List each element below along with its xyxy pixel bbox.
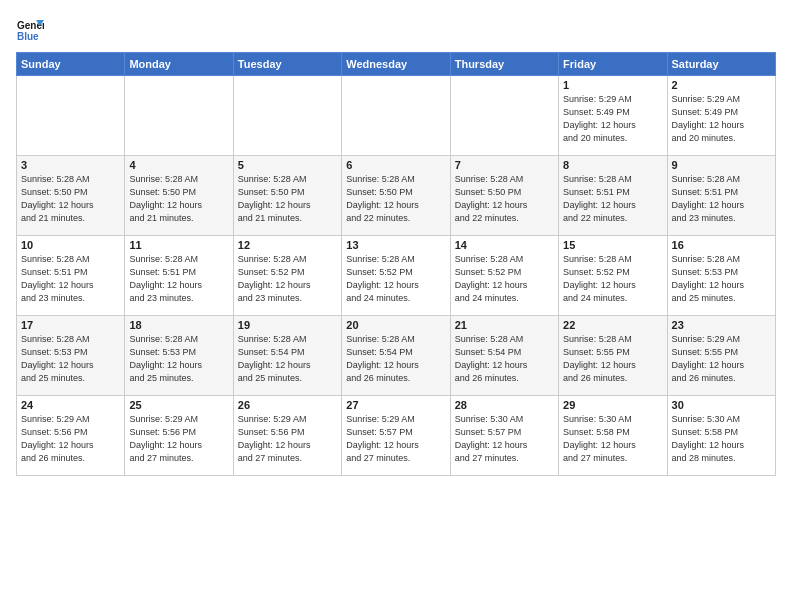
day-number: 26	[238, 399, 337, 411]
day-number: 8	[563, 159, 662, 171]
calendar-cell: 2Sunrise: 5:29 AM Sunset: 5:49 PM Daylig…	[667, 76, 775, 156]
day-number: 24	[21, 399, 120, 411]
day-info: Sunrise: 5:28 AM Sunset: 5:53 PM Dayligh…	[21, 333, 120, 385]
day-info: Sunrise: 5:30 AM Sunset: 5:58 PM Dayligh…	[563, 413, 662, 465]
day-info: Sunrise: 5:28 AM Sunset: 5:54 PM Dayligh…	[455, 333, 554, 385]
calendar-week-row: 3Sunrise: 5:28 AM Sunset: 5:50 PM Daylig…	[17, 156, 776, 236]
calendar-cell	[17, 76, 125, 156]
svg-text:Blue: Blue	[17, 31, 39, 42]
calendar-day-header: Tuesday	[233, 53, 341, 76]
calendar-cell: 16Sunrise: 5:28 AM Sunset: 5:53 PM Dayli…	[667, 236, 775, 316]
calendar-cell: 27Sunrise: 5:29 AM Sunset: 5:57 PM Dayli…	[342, 396, 450, 476]
day-number: 9	[672, 159, 771, 171]
calendar-cell: 26Sunrise: 5:29 AM Sunset: 5:56 PM Dayli…	[233, 396, 341, 476]
calendar: SundayMondayTuesdayWednesdayThursdayFrid…	[16, 52, 776, 476]
calendar-cell: 21Sunrise: 5:28 AM Sunset: 5:54 PM Dayli…	[450, 316, 558, 396]
calendar-week-row: 10Sunrise: 5:28 AM Sunset: 5:51 PM Dayli…	[17, 236, 776, 316]
calendar-cell: 12Sunrise: 5:28 AM Sunset: 5:52 PM Dayli…	[233, 236, 341, 316]
day-number: 13	[346, 239, 445, 251]
day-number: 15	[563, 239, 662, 251]
day-info: Sunrise: 5:28 AM Sunset: 5:51 PM Dayligh…	[129, 253, 228, 305]
calendar-cell: 3Sunrise: 5:28 AM Sunset: 5:50 PM Daylig…	[17, 156, 125, 236]
day-number: 3	[21, 159, 120, 171]
logo-icon: General Blue	[16, 16, 44, 44]
calendar-cell: 17Sunrise: 5:28 AM Sunset: 5:53 PM Dayli…	[17, 316, 125, 396]
calendar-cell	[125, 76, 233, 156]
calendar-day-header: Saturday	[667, 53, 775, 76]
calendar-cell: 22Sunrise: 5:28 AM Sunset: 5:55 PM Dayli…	[559, 316, 667, 396]
calendar-day-header: Friday	[559, 53, 667, 76]
day-info: Sunrise: 5:28 AM Sunset: 5:50 PM Dayligh…	[129, 173, 228, 225]
calendar-cell: 15Sunrise: 5:28 AM Sunset: 5:52 PM Dayli…	[559, 236, 667, 316]
day-number: 7	[455, 159, 554, 171]
day-info: Sunrise: 5:29 AM Sunset: 5:56 PM Dayligh…	[129, 413, 228, 465]
day-info: Sunrise: 5:28 AM Sunset: 5:52 PM Dayligh…	[346, 253, 445, 305]
calendar-cell: 19Sunrise: 5:28 AM Sunset: 5:54 PM Dayli…	[233, 316, 341, 396]
day-number: 23	[672, 319, 771, 331]
calendar-cell: 23Sunrise: 5:29 AM Sunset: 5:55 PM Dayli…	[667, 316, 775, 396]
calendar-cell: 28Sunrise: 5:30 AM Sunset: 5:57 PM Dayli…	[450, 396, 558, 476]
day-info: Sunrise: 5:28 AM Sunset: 5:51 PM Dayligh…	[672, 173, 771, 225]
calendar-cell: 20Sunrise: 5:28 AM Sunset: 5:54 PM Dayli…	[342, 316, 450, 396]
day-number: 29	[563, 399, 662, 411]
day-info: Sunrise: 5:29 AM Sunset: 5:56 PM Dayligh…	[21, 413, 120, 465]
day-info: Sunrise: 5:29 AM Sunset: 5:49 PM Dayligh…	[563, 93, 662, 145]
calendar-cell: 10Sunrise: 5:28 AM Sunset: 5:51 PM Dayli…	[17, 236, 125, 316]
day-info: Sunrise: 5:28 AM Sunset: 5:52 PM Dayligh…	[455, 253, 554, 305]
day-number: 28	[455, 399, 554, 411]
calendar-day-header: Monday	[125, 53, 233, 76]
day-info: Sunrise: 5:28 AM Sunset: 5:50 PM Dayligh…	[21, 173, 120, 225]
calendar-cell: 8Sunrise: 5:28 AM Sunset: 5:51 PM Daylig…	[559, 156, 667, 236]
calendar-day-header: Wednesday	[342, 53, 450, 76]
day-info: Sunrise: 5:29 AM Sunset: 5:56 PM Dayligh…	[238, 413, 337, 465]
day-number: 5	[238, 159, 337, 171]
day-number: 2	[672, 79, 771, 91]
calendar-cell: 29Sunrise: 5:30 AM Sunset: 5:58 PM Dayli…	[559, 396, 667, 476]
day-info: Sunrise: 5:29 AM Sunset: 5:57 PM Dayligh…	[346, 413, 445, 465]
calendar-cell: 9Sunrise: 5:28 AM Sunset: 5:51 PM Daylig…	[667, 156, 775, 236]
calendar-week-row: 17Sunrise: 5:28 AM Sunset: 5:53 PM Dayli…	[17, 316, 776, 396]
page-header: General Blue	[16, 16, 776, 44]
logo: General Blue	[16, 16, 48, 44]
calendar-cell: 1Sunrise: 5:29 AM Sunset: 5:49 PM Daylig…	[559, 76, 667, 156]
day-info: Sunrise: 5:28 AM Sunset: 5:53 PM Dayligh…	[129, 333, 228, 385]
day-info: Sunrise: 5:28 AM Sunset: 5:50 PM Dayligh…	[455, 173, 554, 225]
day-number: 14	[455, 239, 554, 251]
day-number: 18	[129, 319, 228, 331]
day-info: Sunrise: 5:28 AM Sunset: 5:52 PM Dayligh…	[563, 253, 662, 305]
calendar-cell: 18Sunrise: 5:28 AM Sunset: 5:53 PM Dayli…	[125, 316, 233, 396]
day-info: Sunrise: 5:28 AM Sunset: 5:50 PM Dayligh…	[346, 173, 445, 225]
day-number: 4	[129, 159, 228, 171]
day-number: 12	[238, 239, 337, 251]
calendar-cell	[342, 76, 450, 156]
calendar-header-row: SundayMondayTuesdayWednesdayThursdayFrid…	[17, 53, 776, 76]
day-info: Sunrise: 5:28 AM Sunset: 5:50 PM Dayligh…	[238, 173, 337, 225]
calendar-week-row: 1Sunrise: 5:29 AM Sunset: 5:49 PM Daylig…	[17, 76, 776, 156]
day-info: Sunrise: 5:30 AM Sunset: 5:57 PM Dayligh…	[455, 413, 554, 465]
day-info: Sunrise: 5:28 AM Sunset: 5:54 PM Dayligh…	[346, 333, 445, 385]
calendar-cell: 25Sunrise: 5:29 AM Sunset: 5:56 PM Dayli…	[125, 396, 233, 476]
day-info: Sunrise: 5:29 AM Sunset: 5:49 PM Dayligh…	[672, 93, 771, 145]
calendar-cell: 14Sunrise: 5:28 AM Sunset: 5:52 PM Dayli…	[450, 236, 558, 316]
calendar-day-header: Sunday	[17, 53, 125, 76]
day-number: 21	[455, 319, 554, 331]
calendar-cell: 7Sunrise: 5:28 AM Sunset: 5:50 PM Daylig…	[450, 156, 558, 236]
calendar-cell	[450, 76, 558, 156]
day-number: 17	[21, 319, 120, 331]
day-number: 1	[563, 79, 662, 91]
day-number: 25	[129, 399, 228, 411]
day-info: Sunrise: 5:28 AM Sunset: 5:54 PM Dayligh…	[238, 333, 337, 385]
day-info: Sunrise: 5:28 AM Sunset: 5:51 PM Dayligh…	[563, 173, 662, 225]
day-number: 16	[672, 239, 771, 251]
calendar-day-header: Thursday	[450, 53, 558, 76]
day-number: 20	[346, 319, 445, 331]
calendar-cell: 13Sunrise: 5:28 AM Sunset: 5:52 PM Dayli…	[342, 236, 450, 316]
day-number: 6	[346, 159, 445, 171]
day-number: 30	[672, 399, 771, 411]
day-number: 19	[238, 319, 337, 331]
day-number: 27	[346, 399, 445, 411]
day-info: Sunrise: 5:28 AM Sunset: 5:52 PM Dayligh…	[238, 253, 337, 305]
calendar-week-row: 24Sunrise: 5:29 AM Sunset: 5:56 PM Dayli…	[17, 396, 776, 476]
day-info: Sunrise: 5:28 AM Sunset: 5:53 PM Dayligh…	[672, 253, 771, 305]
calendar-cell: 24Sunrise: 5:29 AM Sunset: 5:56 PM Dayli…	[17, 396, 125, 476]
